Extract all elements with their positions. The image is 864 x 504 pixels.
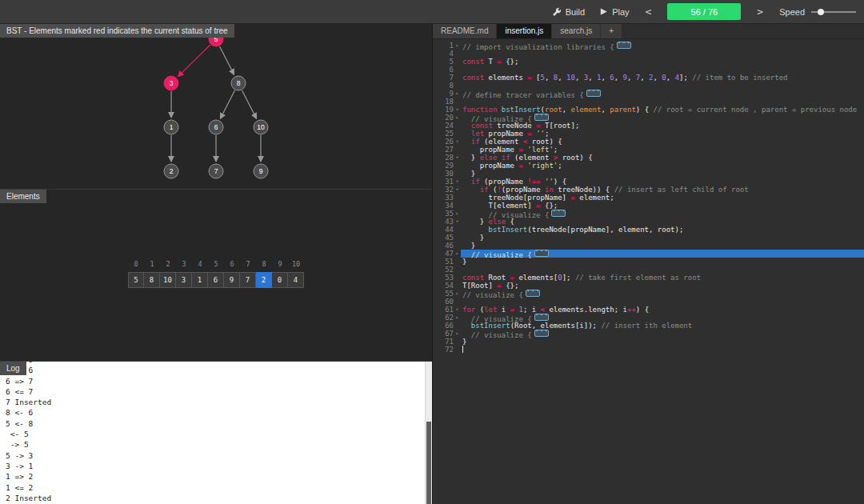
text-cursor — [462, 346, 463, 353]
code-token: , — [627, 74, 636, 82]
line-number: 62 — [433, 314, 454, 322]
code-token: const — [462, 58, 484, 66]
fold-marker-icon[interactable]: ▾ — [454, 186, 461, 194]
editor-tab-insertion-js[interactable]: insertion.js — [497, 24, 551, 38]
elements-panel-tab[interactable]: Elements — [0, 190, 46, 203]
fold-widget-icon[interactable] — [534, 250, 549, 257]
step-back-button[interactable]: < — [644, 6, 654, 18]
log-panel-tab[interactable]: Log — [0, 362, 26, 375]
code-text: } — [461, 170, 864, 178]
fold-widget-icon[interactable] — [617, 42, 631, 49]
build-button[interactable]: Build — [552, 7, 585, 17]
code-token: '' — [536, 130, 545, 138]
code-token: ) { — [554, 178, 566, 186]
toolbar: Build Play < 56 / 76 > Speed — [0, 0, 864, 24]
log-line: 8 -> 6 — [6, 365, 422, 375]
array-index-label: 8 — [256, 260, 272, 268]
line-number: 29 — [433, 162, 454, 170]
fold-marker-empty — [454, 266, 461, 274]
code-token: (element — [480, 138, 523, 146]
log-scrollbar-thumb[interactable] — [426, 422, 431, 504]
code-row: 29 propName = 'right'; — [433, 162, 864, 170]
code-token: {}; — [502, 282, 519, 290]
speed-slider[interactable] — [811, 7, 856, 17]
line-number: 34 — [433, 202, 454, 210]
log-line: <- 5 — [6, 429, 422, 439]
code-token: const — [462, 274, 484, 282]
build-label: Build — [566, 7, 585, 17]
code-text: T[element] = {}; — [461, 202, 864, 210]
fold-widget-icon[interactable] — [534, 330, 549, 337]
step-forward-button[interactable]: > — [755, 6, 765, 18]
code-token: (Root, elements[i]); — [510, 322, 602, 330]
array-cell-3: 3 — [176, 272, 192, 288]
fold-marker-icon[interactable]: ▸ — [454, 114, 461, 122]
speed-slider-knob[interactable] — [818, 9, 824, 15]
code-text — [461, 346, 864, 354]
code-row: 51} — [433, 258, 864, 266]
elements-array: 012345678910 581031697204 — [128, 260, 304, 288]
code-row: 71} — [433, 338, 864, 346]
code-token: bstInsert — [489, 226, 528, 234]
fold-marker-icon[interactable]: ▸ — [454, 290, 461, 298]
editor-tab-search-js[interactable]: search.js — [552, 24, 600, 38]
code-token: , — [558, 74, 566, 82]
tree-panel-tab[interactable]: BST - Elements marked red indicates the … — [0, 24, 234, 38]
code-text: for (let i = 1; i < elements.length; i++… — [461, 306, 864, 314]
fold-marker-icon[interactable]: ▾ — [454, 154, 461, 162]
fold-widget-icon[interactable] — [586, 90, 601, 97]
fold-marker-icon[interactable]: ▸ — [454, 90, 461, 98]
progress-badge: 56 / 76 — [667, 3, 741, 20]
fold-marker-icon[interactable]: ▸ — [454, 250, 461, 258]
fold-marker-icon[interactable]: ▸ — [454, 42, 461, 50]
code-text: // visualize { — [461, 314, 864, 322]
log-panel: Log 5 -> 88 -> 66 => 76 <= 77 Inserted8 … — [0, 362, 432, 504]
editor-tab-readme-md[interactable]: README.md — [433, 24, 496, 38]
array-index-label: 5 — [208, 260, 224, 268]
code-text: const treeNode = T[root]; — [461, 122, 864, 130]
editor-tab-[interactable]: + — [601, 24, 622, 38]
code-token: element — [571, 106, 602, 114]
code-row: 67▸ // visualize { — [433, 330, 864, 338]
line-number: 8 — [433, 82, 454, 90]
fold-marker-empty — [454, 274, 461, 282]
play-icon — [599, 7, 608, 16]
fold-marker-icon[interactable]: ▸ — [454, 330, 461, 338]
code-editor[interactable]: 1▸// import visualization libraries {45c… — [433, 39, 864, 504]
fold-marker-empty — [454, 162, 461, 170]
fold-widget-icon[interactable] — [551, 210, 566, 217]
fold-marker-empty — [454, 258, 461, 266]
fold-marker-empty — [454, 226, 461, 234]
play-label: Play — [612, 7, 629, 17]
code-token — [462, 122, 471, 130]
code-text — [461, 266, 864, 274]
play-button[interactable]: Play — [599, 7, 629, 17]
fold-marker-empty — [454, 282, 461, 290]
fold-marker-icon[interactable]: ▾ — [454, 138, 461, 146]
log-line: 2 Inserted — [6, 493, 422, 503]
fold-marker-icon[interactable]: ▸ — [454, 210, 461, 218]
fold-marker-icon[interactable]: ▸ — [454, 314, 461, 322]
code-token: } — [462, 234, 484, 242]
line-number: 43 — [433, 218, 454, 226]
fold-widget-icon[interactable] — [534, 114, 549, 121]
code-row: 55▸// visualize { — [433, 290, 864, 298]
fold-marker-icon[interactable]: ▾ — [454, 218, 461, 226]
tree-visualization-panel: BST - Elements marked red indicates the … — [0, 24, 432, 190]
code-text: const T = {}; — [461, 58, 864, 66]
code-token: root) { — [527, 138, 562, 146]
fold-marker-icon[interactable]: ▾ — [454, 106, 461, 114]
code-token — [462, 138, 471, 146]
fold-widget-icon[interactable] — [534, 314, 549, 321]
code-token: ; — [558, 162, 562, 170]
tree-edge-8-10 — [242, 90, 257, 118]
fold-marker-icon[interactable]: ▾ — [454, 178, 461, 186]
array-cell-1: 8 — [144, 272, 160, 288]
line-number: 47 — [433, 250, 454, 258]
fold-widget-icon[interactable] — [526, 290, 540, 297]
line-number: 71 — [433, 338, 454, 346]
code-token: treeNode[propName] — [462, 194, 570, 202]
code-text: // import visualization libraries { — [461, 42, 864, 50]
code-text: bstInsert(treeNode[propName], element, r… — [461, 226, 864, 234]
fold-marker-icon[interactable]: ▾ — [454, 306, 461, 314]
